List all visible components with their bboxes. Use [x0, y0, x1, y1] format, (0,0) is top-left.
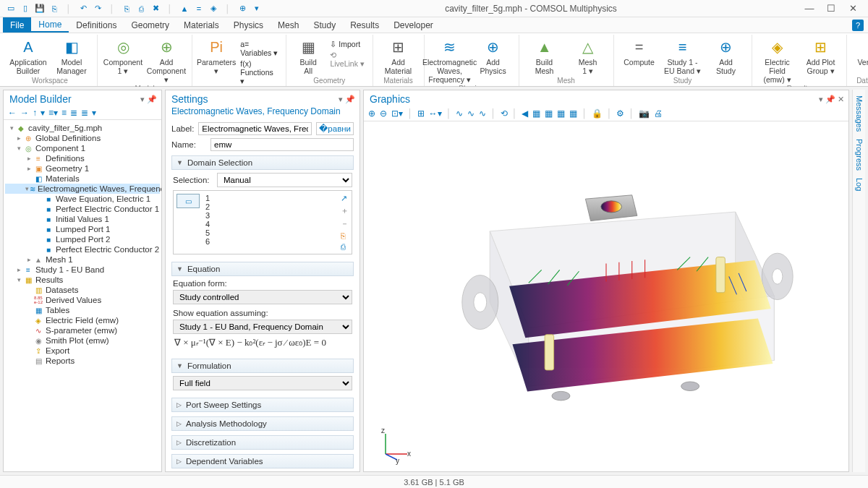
maximize-button[interactable]: ☐ [823, 3, 839, 14]
model-manager-button[interactable]: ◧Model Manager [51, 36, 93, 76]
add-physics-button[interactable]: ⊕Add Physics [472, 36, 514, 84]
emw-button[interactable]: ≋Electromagnetic Waves, Frequency ▾ [429, 36, 471, 84]
close-button[interactable]: ✕ [845, 3, 861, 14]
tree-node[interactable]: ■Perfect Electric Conductor 1 [5, 204, 160, 214]
tab-results[interactable]: Results [343, 17, 386, 33]
undo-icon[interactable]: ↶ [78, 4, 88, 14]
gfx-tool-19[interactable]: 🔒 [592, 108, 603, 119]
gfx-tool-2[interactable]: ⊡▾ [391, 108, 403, 119]
study1-button[interactable]: ≡Study 1 - EU Band ▾ [662, 36, 704, 76]
tab-developer[interactable]: Developer [386, 17, 441, 33]
mb-tool-2[interactable]: ↑ [33, 108, 37, 118]
save-as-icon[interactable]: ⎘ [49, 4, 59, 14]
zoom-icon[interactable]: ⊕ [237, 4, 247, 14]
results-icon[interactable]: ◈ [208, 4, 218, 14]
more-icon[interactable]: ▾ [252, 4, 262, 14]
help-button[interactable]: ? [852, 20, 864, 31]
gfx-tool-1[interactable]: ⊖ [380, 108, 387, 119]
compute-icon[interactable]: = [194, 4, 204, 14]
tab-definitions[interactable]: Definitions [69, 17, 124, 33]
pin-icon[interactable]: ▾ 📌 [140, 95, 157, 104]
gfx-tool-15[interactable]: ▦ [545, 108, 553, 119]
open-icon[interactable]: ▯ [20, 4, 30, 14]
variables-button[interactable]: a= Variables ▾ [237, 39, 281, 58]
tree-node[interactable]: ■Perfect Electric Conductor 2 [5, 244, 160, 254]
expand-icon[interactable]: ▸ [25, 155, 33, 162]
equation-assume-dropdown[interactable]: Study 1 - EU Band, Frequency Domain [173, 320, 352, 334]
tree-node[interactable]: ⇪Export [5, 346, 160, 356]
mb-tool-6[interactable]: ≣ [70, 108, 77, 118]
formulation-dropdown[interactable]: Full field [173, 376, 352, 390]
expand-icon[interactable]: ▸ [25, 165, 33, 172]
name-input[interactable] [210, 138, 354, 151]
gfx-tool-8[interactable]: ∿ [467, 108, 475, 119]
app-builder-button[interactable]: AApplication Builder [7, 36, 49, 76]
build-mesh-button[interactable]: ▲Build Mesh [524, 36, 566, 76]
domain-item[interactable]: 2 [204, 202, 336, 211]
zoom-selection-icon[interactable]: ↗ [341, 194, 349, 203]
component-button[interactable]: ◎Component 1 ▾ [102, 36, 144, 84]
remove-icon[interactable]: － [341, 218, 349, 229]
domain-item[interactable]: 4 [204, 220, 336, 228]
domain-list[interactable]: 123456 [204, 194, 336, 251]
tree-node[interactable]: ▸▲Mesh 1 [5, 254, 160, 265]
build-all-button[interactable]: ▦Build All [291, 36, 326, 76]
equation-header[interactable]: ▼Equation [171, 262, 354, 276]
gfx-tool-23[interactable]: 📷 [639, 108, 650, 119]
paste-icon[interactable]: ⎙ [136, 4, 146, 14]
tab-home[interactable]: Home [31, 17, 69, 33]
save-icon[interactable]: 💾 [35, 4, 45, 14]
gfx-tool-5[interactable]: ↔▾ [429, 108, 442, 119]
add-component-button[interactable]: ⊕Add Component ▾ [145, 36, 187, 84]
new-icon[interactable]: ▭ [6, 4, 16, 14]
sidetab-messages[interactable]: Messages [854, 95, 864, 132]
section-header[interactable]: ▷Discretization [171, 435, 354, 450]
expand-icon[interactable]: ▸ [25, 256, 33, 263]
add-icon[interactable]: ＋ [341, 205, 349, 216]
domain-item[interactable]: 6 [204, 237, 336, 246]
tree-node[interactable]: ▾▦Results [5, 275, 160, 285]
gfx-tool-0[interactable]: ⊕ [368, 108, 375, 119]
gfx-tool-13[interactable]: ◀ [522, 108, 528, 119]
domain-item[interactable]: 1 [204, 194, 336, 202]
gfx-tool-7[interactable]: ∿ [456, 108, 463, 119]
expand-icon[interactable]: ▾ [8, 124, 15, 132]
expand-icon[interactable]: ▸ [15, 266, 22, 273]
mb-tool-4[interactable]: ≡▾ [48, 108, 58, 118]
tree-node[interactable]: ■Lumped Port 2 [5, 234, 160, 244]
gfx-tool-24[interactable]: 🖨 [654, 108, 663, 119]
tree-node[interactable]: ∿S-parameter (emw) [5, 325, 160, 335]
section-header[interactable]: ▷Analysis Methodology [171, 416, 354, 431]
view-mode-button[interactable]: ▭ [176, 194, 200, 208]
expand-icon[interactable]: ▾ [25, 185, 29, 192]
gfx-tool-17[interactable]: ▦ [569, 108, 577, 119]
gfx-tool-16[interactable]: ▦ [557, 108, 565, 119]
paste-icon[interactable]: ⎙ [341, 242, 349, 251]
tree-node[interactable]: ▾◆cavity_filter_5g.mph [5, 123, 160, 133]
equation-form-dropdown[interactable]: Study controlled [173, 290, 352, 304]
tree-node[interactable]: ▾≋Electromagnetic Waves, Frequency [5, 184, 160, 194]
tab-file[interactable]: File [3, 17, 31, 33]
domain-item[interactable]: 3 [204, 211, 336, 220]
tree-node[interactable]: ■Initial Values 1 [5, 214, 160, 224]
compute-button[interactable]: =Compute [618, 36, 660, 76]
expand-icon[interactable]: ▾ [15, 145, 22, 152]
import-button[interactable]: ⇩ Import [327, 39, 367, 49]
tree-node[interactable]: ▾◎Component 1 [5, 143, 160, 153]
model-tree[interactable]: ▾◆cavity_filter_5g.mph▸⊕Global Definitio… [4, 120, 161, 471]
tree-node[interactable]: ▤Reports [5, 356, 160, 366]
tab-geometry[interactable]: Geometry [124, 17, 176, 33]
gfx-tool-11[interactable]: ⟲ [501, 108, 508, 119]
section-header[interactable]: ▷Port Sweep Settings [171, 398, 354, 412]
selection-dropdown[interactable]: Manual [217, 173, 352, 187]
tree-node[interactable]: ▥Datasets [5, 285, 160, 295]
sidetab-progress[interactable]: Progress [854, 139, 864, 171]
dropdown-icon[interactable]: ▾ 📌 ✕ [819, 95, 844, 104]
gfx-tool-9[interactable]: ∿ [479, 108, 486, 119]
mb-tool-1[interactable]: → [20, 108, 29, 118]
tree-node[interactable]: ◧Materials [5, 174, 160, 184]
tree-node[interactable]: ◈Electric Field (emw) [5, 315, 160, 325]
gfx-tool-4[interactable]: ⊞ [417, 108, 425, 119]
tab-materials[interactable]: Materials [176, 17, 226, 33]
graphics-canvas[interactable]: z x y [364, 121, 848, 471]
